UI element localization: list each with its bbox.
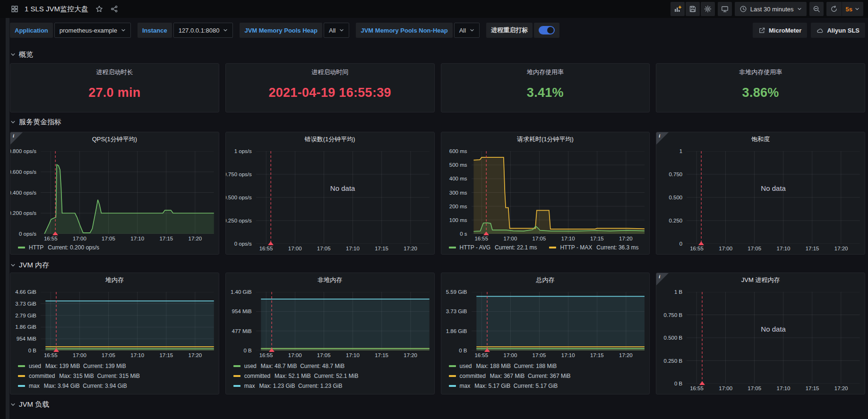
legend-item[interactable]: HTTPCurrent: 0.200 ops/s bbox=[18, 244, 99, 251]
restart-mark-toggle[interactable] bbox=[534, 23, 559, 38]
stat-panel: 堆内存使用率 3.41% bbox=[441, 63, 650, 112]
y-tick-label: 1.86 GiB bbox=[15, 324, 36, 330]
x-tick-label: 17:20 bbox=[404, 246, 417, 251]
panel-title[interactable]: 错误数(1分钟平均) bbox=[226, 132, 434, 146]
y-tick-label: 0 B bbox=[674, 381, 682, 386]
clock-icon bbox=[739, 5, 747, 13]
y-tick-label: 0 s bbox=[460, 231, 467, 237]
no-data-text: No data bbox=[761, 184, 786, 192]
chevron-down-icon bbox=[121, 28, 126, 33]
y-tick-label: 0.750 ops/s bbox=[225, 171, 252, 177]
plot-area[interactable] bbox=[472, 151, 645, 234]
plot-area[interactable] bbox=[472, 292, 645, 351]
legend-item[interactable]: usedMax: 188 MiB Current: 188 MiB bbox=[449, 361, 646, 371]
x-tick-label: 17:10 bbox=[777, 246, 791, 251]
refresh-interval-picker[interactable]: 5s bbox=[842, 2, 863, 16]
refresh-icon[interactable] bbox=[826, 2, 842, 16]
panel-title[interactable]: QPS(1分钟平均) bbox=[10, 132, 219, 146]
legend-item[interactable]: usedMax: 48.7 MiB Current: 48.7 MiB bbox=[233, 361, 430, 371]
plot-area[interactable] bbox=[41, 292, 214, 351]
x-tick-label: 17:10 bbox=[561, 352, 575, 358]
gear-icon[interactable] bbox=[701, 2, 715, 16]
x-tick-label: 17:05 bbox=[748, 246, 761, 251]
chevron-down-icon bbox=[470, 28, 474, 33]
row-header-jvm-memory[interactable]: JVM 内存 bbox=[10, 261, 865, 270]
legend-series-value: Current: 0.200 ops/s bbox=[48, 244, 99, 251]
legend-item[interactable]: usedMax: 139 MiB Current: 139 MiB bbox=[18, 361, 215, 371]
chart-body: 5.59 GiB3.73 GiB1.86 GiB0 B bbox=[441, 287, 650, 351]
info-icon[interactable]: i bbox=[656, 132, 669, 145]
y-tick-label: 0 bbox=[679, 241, 682, 247]
x-axis: 16:5517:0017:0517:1017:1517:20 bbox=[472, 234, 645, 244]
panel-title[interactable]: 堆内存使用率 bbox=[527, 64, 564, 77]
variable-value-dropdown[interactable]: All bbox=[324, 23, 349, 38]
stat-value: 2021-04-19 16:55:39 bbox=[268, 77, 391, 112]
stat-value: 3.86% bbox=[742, 77, 779, 112]
plot-area[interactable]: No data bbox=[687, 292, 860, 384]
info-icon[interactable]: i bbox=[10, 132, 23, 145]
y-tick-label: 477 MiB bbox=[232, 328, 252, 334]
panel-title[interactable]: 请求耗时(1分钟平均) bbox=[441, 132, 650, 146]
plot-area[interactable] bbox=[41, 151, 214, 234]
time-range-picker[interactable]: Last 30 minutes bbox=[735, 2, 807, 16]
legend-item[interactable]: committedMax: 315 MiB Current: 315 MiB bbox=[18, 371, 215, 381]
legend-item[interactable]: maxMax: 5.17 GiB Current: 5.17 GiB bbox=[449, 381, 646, 391]
y-axis: 600 ms500 ms400 ms300 ms200 ms100 ms0 s bbox=[441, 151, 472, 234]
panel-title[interactable]: 堆内存 bbox=[10, 273, 219, 287]
panel-title[interactable]: 进程启动时长 bbox=[96, 64, 133, 77]
panel-title[interactable]: 进程启动时间 bbox=[311, 64, 348, 77]
x-tick-label: 17:20 bbox=[619, 236, 633, 241]
row-header-golden-metrics[interactable]: 服务黄金指标 bbox=[10, 118, 865, 127]
share-icon[interactable] bbox=[109, 4, 120, 14]
panel-title[interactable]: 非堆内存 bbox=[226, 273, 434, 287]
legend-swatch bbox=[449, 365, 456, 367]
add-panel-icon[interactable] bbox=[670, 2, 685, 16]
legend-item[interactable]: committedMax: 367 MiB Current: 367 MiB bbox=[449, 371, 646, 381]
top-nav: 1 SLS JVM监控大盘 Last 30 minutes bbox=[0, 0, 868, 18]
legend-swatch bbox=[233, 385, 241, 387]
legend-swatch bbox=[18, 385, 25, 387]
info-letter: i bbox=[659, 274, 660, 279]
plot-area[interactable] bbox=[256, 292, 430, 351]
legend-item[interactable]: maxMax: 3.94 GiB Current: 3.94 GiB bbox=[18, 381, 215, 391]
row-header-overview[interactable]: 概览 bbox=[10, 50, 865, 59]
legend-series-name: HTTP - MAX bbox=[560, 244, 592, 251]
plot-area[interactable]: No data bbox=[256, 151, 430, 244]
panel-title[interactable]: 饱和度 bbox=[656, 132, 865, 146]
aliyun-sls-link[interactable]: Aliyun SLS bbox=[811, 23, 865, 38]
x-tick-label: 17:00 bbox=[719, 246, 732, 251]
legend-series-name: max bbox=[244, 383, 255, 389]
y-axis: 10.7500.5000.2500 bbox=[656, 151, 687, 244]
legend-item[interactable]: maxMax: 1.23 GiB Current: 1.23 GiB bbox=[233, 381, 430, 391]
variable-value-dropdown[interactable]: 127.0.0.1:8080 bbox=[173, 23, 233, 38]
row-header-jvm-load[interactable]: JVM 负载 bbox=[10, 400, 865, 409]
variable-value-dropdown[interactable]: prometheus-example bbox=[54, 23, 131, 38]
y-tick-label: 3.73 GiB bbox=[446, 308, 467, 314]
legend-swatch bbox=[449, 375, 456, 377]
x-axis: 16:5517:0017:0517:1017:1517:20 bbox=[687, 384, 860, 394]
save-icon[interactable] bbox=[686, 2, 700, 16]
apps-grid-icon[interactable] bbox=[9, 4, 20, 14]
legend-item[interactable]: committedMax: 52.1 MiB Current: 52.1 MiB bbox=[233, 371, 430, 381]
x-tick-label: 16:55 bbox=[690, 385, 704, 391]
y-tick-label: 0.200 ops/s bbox=[10, 210, 36, 216]
legend-item[interactable]: HTTP - MAXCurrent: 36.3 ms bbox=[549, 244, 638, 251]
y-tick-label: 0 ops/s bbox=[234, 241, 252, 247]
legend-series-value: Current: 22.1 ms bbox=[495, 244, 537, 251]
info-icon[interactable]: i bbox=[656, 273, 669, 285]
micrometer-link[interactable]: MicroMeter bbox=[753, 23, 807, 38]
variable-value-dropdown[interactable]: All bbox=[454, 23, 480, 38]
panel-title[interactable]: 总内存 bbox=[441, 273, 650, 287]
refresh-control[interactable]: 5s bbox=[826, 2, 863, 16]
tv-mode-icon[interactable] bbox=[718, 2, 732, 16]
plot-area[interactable]: No data bbox=[687, 151, 860, 244]
legend-series-name: HTTP - AVG bbox=[460, 244, 491, 251]
legend-item[interactable]: HTTP - AVGCurrent: 22.1 ms bbox=[449, 244, 537, 251]
panel-title[interactable]: 非堆内存使用率 bbox=[739, 64, 782, 77]
x-axis: 16:5517:0017:0517:1017:1517:20 bbox=[472, 351, 645, 361]
zoom-out-icon[interactable] bbox=[809, 2, 824, 16]
star-icon[interactable] bbox=[94, 4, 104, 14]
x-tick-label: 17:20 bbox=[404, 352, 417, 358]
panel-title[interactable]: JVM 进程内存 bbox=[656, 273, 865, 287]
variable-label: Application bbox=[10, 23, 53, 38]
